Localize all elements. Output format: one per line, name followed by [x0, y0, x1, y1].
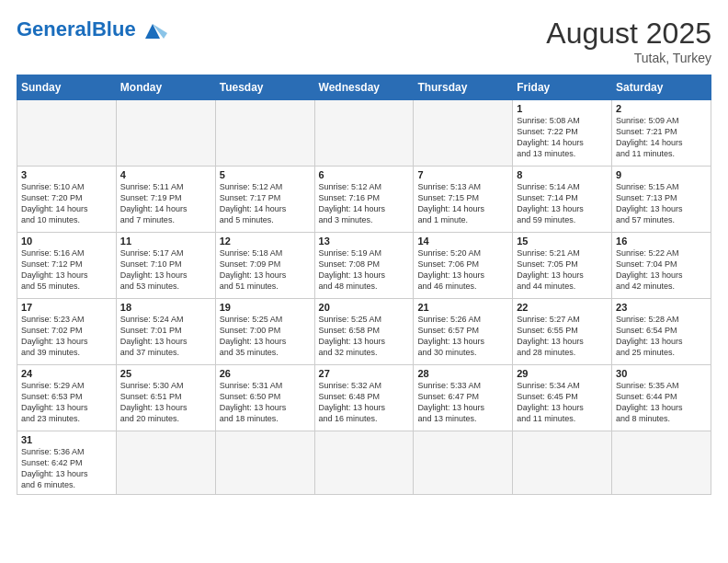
day-number: 15 [517, 236, 608, 247]
calendar-week-row: 24Sunrise: 5:29 AM Sunset: 6:53 PM Dayli… [17, 365, 711, 431]
day-info: Sunrise: 5:23 AM Sunset: 7:02 PM Dayligh… [21, 314, 112, 359]
day-number: 18 [120, 302, 211, 313]
table-row: 22Sunrise: 5:27 AM Sunset: 6:55 PM Dayli… [513, 299, 612, 365]
day-info: Sunrise: 5:11 AM Sunset: 7:19 PM Dayligh… [120, 181, 211, 226]
table-row: 10Sunrise: 5:16 AM Sunset: 7:12 PM Dayli… [17, 233, 117, 299]
day-number: 11 [120, 236, 211, 247]
day-info: Sunrise: 5:36 AM Sunset: 6:42 PM Dayligh… [21, 446, 112, 491]
table-row [116, 100, 215, 167]
logo-text: GeneralBlue [17, 17, 136, 41]
day-info: Sunrise: 5:26 AM Sunset: 6:57 PM Dayligh… [417, 314, 508, 359]
table-row: 26Sunrise: 5:31 AM Sunset: 6:50 PM Dayli… [215, 365, 314, 431]
table-row: 24Sunrise: 5:29 AM Sunset: 6:53 PM Dayli… [17, 365, 117, 431]
day-number: 19 [220, 302, 311, 313]
table-row: 6Sunrise: 5:12 AM Sunset: 7:16 PM Daylig… [314, 167, 414, 233]
day-number: 5 [220, 169, 311, 180]
day-number: 10 [21, 236, 112, 247]
col-thursday: Thursday [414, 75, 513, 100]
logo-icon [138, 17, 167, 42]
day-number: 8 [517, 169, 608, 180]
calendar-header-row: Sunday Monday Tuesday Wednesday Thursday… [17, 75, 711, 100]
table-row [17, 100, 117, 167]
day-info: Sunrise: 5:27 AM Sunset: 6:55 PM Dayligh… [517, 314, 608, 359]
table-row: 5Sunrise: 5:12 AM Sunset: 7:17 PM Daylig… [215, 167, 314, 233]
calendar-week-row: 1Sunrise: 5:08 AM Sunset: 7:22 PM Daylig… [17, 100, 711, 167]
day-number: 16 [616, 236, 707, 247]
table-row: 1Sunrise: 5:08 AM Sunset: 7:22 PM Daylig… [513, 100, 612, 167]
table-row: 19Sunrise: 5:25 AM Sunset: 7:00 PM Dayli… [215, 299, 314, 365]
col-tuesday: Tuesday [215, 75, 314, 100]
day-info: Sunrise: 5:31 AM Sunset: 6:50 PM Dayligh… [220, 380, 311, 425]
table-row: 7Sunrise: 5:13 AM Sunset: 7:15 PM Daylig… [414, 167, 513, 233]
table-row: 16Sunrise: 5:22 AM Sunset: 7:04 PM Dayli… [612, 233, 711, 299]
table-row: 28Sunrise: 5:33 AM Sunset: 6:47 PM Dayli… [414, 365, 513, 431]
day-info: Sunrise: 5:12 AM Sunset: 7:16 PM Dayligh… [319, 181, 410, 226]
day-number: 21 [417, 302, 508, 313]
day-number: 22 [517, 302, 608, 313]
day-number: 25 [120, 368, 211, 379]
col-saturday: Saturday [612, 75, 711, 100]
table-row: 27Sunrise: 5:32 AM Sunset: 6:48 PM Dayli… [314, 365, 414, 431]
location-subtitle: Tutak, Turkey [546, 51, 711, 65]
day-info: Sunrise: 5:33 AM Sunset: 6:47 PM Dayligh… [417, 380, 508, 425]
day-info: Sunrise: 5:25 AM Sunset: 7:00 PM Dayligh… [220, 314, 311, 359]
col-sunday: Sunday [17, 75, 117, 100]
day-info: Sunrise: 5:15 AM Sunset: 7:13 PM Dayligh… [616, 181, 707, 226]
day-number: 24 [21, 368, 112, 379]
calendar-page: GeneralBlue August 2025 Tutak, Turkey Su… [0, 0, 728, 563]
day-number: 12 [220, 236, 311, 247]
day-info: Sunrise: 5:12 AM Sunset: 7:17 PM Dayligh… [220, 181, 311, 226]
day-info: Sunrise: 5:35 AM Sunset: 6:44 PM Dayligh… [616, 380, 707, 425]
day-info: Sunrise: 5:25 AM Sunset: 6:58 PM Dayligh… [319, 314, 410, 359]
day-number: 7 [417, 169, 508, 180]
col-monday: Monday [116, 75, 215, 100]
logo: GeneralBlue [17, 17, 167, 42]
day-info: Sunrise: 5:29 AM Sunset: 6:53 PM Dayligh… [21, 380, 112, 425]
table-row: 15Sunrise: 5:21 AM Sunset: 7:05 PM Dayli… [513, 233, 612, 299]
day-info: Sunrise: 5:10 AM Sunset: 7:20 PM Dayligh… [21, 181, 112, 226]
table-row: 3Sunrise: 5:10 AM Sunset: 7:20 PM Daylig… [17, 167, 117, 233]
day-number: 6 [319, 169, 410, 180]
table-row [215, 431, 314, 495]
col-wednesday: Wednesday [314, 75, 414, 100]
day-info: Sunrise: 5:22 AM Sunset: 7:04 PM Dayligh… [616, 247, 707, 293]
day-info: Sunrise: 5:13 AM Sunset: 7:15 PM Dayligh… [417, 181, 508, 226]
table-row [314, 431, 414, 495]
table-row: 29Sunrise: 5:34 AM Sunset: 6:45 PM Dayli… [513, 365, 612, 431]
calendar-week-row: 17Sunrise: 5:23 AM Sunset: 7:02 PM Dayli… [17, 299, 711, 365]
table-row: 30Sunrise: 5:35 AM Sunset: 6:44 PM Dayli… [612, 365, 711, 431]
day-number: 27 [319, 368, 410, 379]
day-info: Sunrise: 5:09 AM Sunset: 7:21 PM Dayligh… [616, 115, 707, 160]
col-friday: Friday [513, 75, 612, 100]
day-number: 23 [616, 302, 707, 313]
day-info: Sunrise: 5:16 AM Sunset: 7:12 PM Dayligh… [21, 247, 112, 293]
day-number: 26 [220, 368, 311, 379]
table-row [215, 100, 314, 167]
calendar-week-row: 10Sunrise: 5:16 AM Sunset: 7:12 PM Dayli… [17, 233, 711, 299]
table-row [513, 431, 612, 495]
table-row: 8Sunrise: 5:14 AM Sunset: 7:14 PM Daylig… [513, 167, 612, 233]
day-info: Sunrise: 5:30 AM Sunset: 6:51 PM Dayligh… [120, 380, 211, 425]
day-number: 3 [21, 169, 112, 180]
table-row: 21Sunrise: 5:26 AM Sunset: 6:57 PM Dayli… [414, 299, 513, 365]
day-info: Sunrise: 5:19 AM Sunset: 7:08 PM Dayligh… [319, 247, 410, 293]
table-row: 14Sunrise: 5:20 AM Sunset: 7:06 PM Dayli… [414, 233, 513, 299]
day-number: 1 [517, 103, 608, 114]
day-info: Sunrise: 5:24 AM Sunset: 7:01 PM Dayligh… [120, 314, 211, 359]
day-number: 29 [517, 368, 608, 379]
calendar-table: Sunday Monday Tuesday Wednesday Thursday… [17, 75, 711, 495]
day-info: Sunrise: 5:20 AM Sunset: 7:06 PM Dayligh… [417, 247, 508, 293]
day-info: Sunrise: 5:18 AM Sunset: 7:09 PM Dayligh… [220, 247, 311, 293]
day-number: 4 [120, 169, 211, 180]
table-row: 17Sunrise: 5:23 AM Sunset: 7:02 PM Dayli… [17, 299, 117, 365]
calendar-week-row: 3Sunrise: 5:10 AM Sunset: 7:20 PM Daylig… [17, 167, 711, 233]
table-row: 9Sunrise: 5:15 AM Sunset: 7:13 PM Daylig… [612, 167, 711, 233]
day-number: 17 [21, 302, 112, 313]
table-row [314, 100, 414, 167]
day-info: Sunrise: 5:21 AM Sunset: 7:05 PM Dayligh… [517, 247, 608, 293]
calendar-week-row: 31Sunrise: 5:36 AM Sunset: 6:42 PM Dayli… [17, 431, 711, 495]
month-year-title: August 2025 [546, 17, 711, 51]
table-row: 31Sunrise: 5:36 AM Sunset: 6:42 PM Dayli… [17, 431, 117, 495]
table-row [414, 100, 513, 167]
table-row: 20Sunrise: 5:25 AM Sunset: 6:58 PM Dayli… [314, 299, 414, 365]
